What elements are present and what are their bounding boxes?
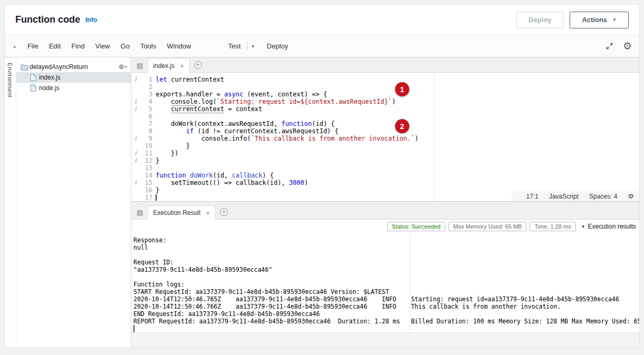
callout-2: 2: [395, 119, 409, 133]
line-number[interactable]: 6: [140, 113, 152, 120]
code-line-8[interactable]: 8 if (id != currentContext.awsRequestId)…: [131, 127, 639, 135]
code-line-15[interactable]: i15 setTimeout(() => callback(id), 3000): [131, 179, 639, 186]
menu-item-edit[interactable]: Edit: [44, 42, 66, 50]
tab-execution-result[interactable]: Execution Result ×: [147, 205, 216, 220]
tab-label: index.js: [153, 62, 175, 70]
editor-column: ▤ index.js × + i1let currentContext23exp…: [131, 57, 639, 347]
tree-folder-root[interactable]: delayedAsyncReturn ⚙ ▾: [16, 62, 131, 72]
caret-down-icon: ▼: [581, 224, 585, 229]
gutter-marker: [131, 186, 140, 194]
info-marker-icon: i: [131, 76, 140, 83]
tree-file-index.js[interactable]: index.js: [16, 72, 131, 83]
menu-item-view[interactable]: View: [90, 42, 116, 50]
close-tab-icon[interactable]: ×: [206, 209, 210, 217]
code-line-13[interactable]: 13: [131, 164, 639, 172]
info-marker-icon: i: [131, 179, 140, 186]
file-name: index.js: [39, 74, 61, 81]
language-mode[interactable]: JavaScript: [549, 193, 579, 200]
close-tab-icon[interactable]: ×: [180, 62, 184, 70]
tab-index-js[interactable]: index.js ×: [147, 58, 189, 73]
new-tab-icon[interactable]: +: [220, 208, 228, 216]
code-text: [152, 164, 156, 172]
code-line-6[interactable]: 6: [131, 113, 639, 120]
line-number[interactable]: 15: [140, 179, 152, 186]
function-code-panel: Function code Info Deploy Actions ▼ ▲ Fi…: [4, 4, 640, 348]
settings-gear-icon[interactable]: ⚙: [623, 41, 632, 51]
test-button[interactable]: Test: [223, 42, 246, 50]
menu-item-find[interactable]: Find: [66, 42, 90, 50]
log-line: [133, 273, 639, 281]
execution-console[interactable]: Response:nullRequest ID:"aa137379-9c11-4…: [131, 233, 639, 332]
line-number[interactable]: 13: [140, 164, 152, 172]
menu-item-tools[interactable]: Tools: [135, 42, 161, 50]
execution-results-label: Execution results: [588, 223, 636, 230]
deploy-button[interactable]: Deploy: [516, 12, 563, 28]
line-number[interactable]: 11: [140, 150, 152, 157]
result-badges: Status: SucceededMax Memory Used: 65 MBT…: [387, 222, 576, 231]
info-link[interactable]: Info: [85, 16, 97, 24]
statusbar-gear-icon[interactable]: ⚙: [628, 192, 634, 200]
code-line-5[interactable]: i5 currentContext = context: [131, 105, 639, 113]
tab-list-icon[interactable]: ▤: [137, 62, 143, 70]
code-line-4[interactable]: i4 console.log(`Starting: request id=${c…: [131, 98, 639, 105]
code-text: doWork(context.awsRequestId, function(id…: [152, 120, 335, 127]
code-line-3[interactable]: 3exports.handler = async (event, context…: [131, 91, 639, 98]
file-name: node.js: [39, 84, 60, 92]
code-line-12[interactable]: i12}: [131, 157, 639, 164]
code-line-2[interactable]: 2: [131, 83, 639, 91]
workspace-body: Environment delayedAsyncReturn ⚙ ▾ index…: [5, 57, 639, 347]
code-text: }: [152, 157, 159, 164]
code-line-9[interactable]: i9 console.info(`This callback is from a…: [131, 135, 639, 142]
info-marker-icon: i: [131, 150, 140, 157]
log-line: 2020-10-14T12:50:46.766Z aa137379-9c11-4…: [133, 303, 639, 310]
environment-strip[interactable]: Environment: [5, 57, 16, 347]
actions-button[interactable]: Actions ▼: [570, 12, 629, 28]
code-lines: i1let currentContext23exports.handler = …: [131, 76, 639, 201]
editor-menubar: ▲ FileEditFindViewGoToolsWindow Test ▾ D…: [5, 35, 639, 57]
cursor-position[interactable]: 17:1: [526, 193, 539, 200]
execution-results-dropdown[interactable]: ▼ Execution results: [581, 223, 636, 230]
spaces-setting[interactable]: Spaces: 4: [589, 193, 617, 200]
line-number[interactable]: 9: [140, 135, 152, 142]
fullscreen-icon[interactable]: [605, 42, 613, 50]
code-editor[interactable]: i1let currentContext23exports.handler = …: [131, 73, 639, 201]
line-number[interactable]: 10: [140, 142, 152, 150]
test-caret-icon[interactable]: ▾: [248, 44, 257, 49]
line-number[interactable]: 14: [140, 172, 152, 179]
gear-icon: ⚙: [119, 63, 124, 71]
line-number[interactable]: 1: [140, 76, 152, 83]
line-number[interactable]: 16: [140, 186, 152, 194]
line-number[interactable]: 12: [140, 157, 152, 164]
menu-item-window[interactable]: Window: [161, 42, 196, 50]
environment-label: Environment: [7, 63, 13, 97]
line-number[interactable]: 4: [140, 98, 152, 105]
tree-file-node.js[interactable]: node.js: [16, 83, 131, 93]
tab-list-icon[interactable]: ▤: [137, 209, 143, 216]
line-number[interactable]: 8: [140, 127, 152, 135]
line-number[interactable]: 7: [140, 120, 152, 127]
code-line-11[interactable]: i11 }): [131, 150, 639, 157]
code-line-7[interactable]: 7 doWork(context.awsRequestId, function(…: [131, 120, 639, 127]
test-split-divider: [247, 42, 247, 51]
code-line-14[interactable]: 14function doWork(id, callback) {: [131, 172, 639, 179]
code-text: setTimeout(() => callback(id), 3000): [152, 179, 308, 186]
line-number[interactable]: 17: [140, 194, 152, 201]
page-title: Function code: [15, 14, 80, 25]
code-text: currentContext = context: [152, 105, 262, 113]
line-number[interactable]: 2: [140, 83, 152, 91]
new-tab-icon[interactable]: +: [194, 61, 202, 69]
folder-icon: [21, 64, 30, 71]
editor-tabbar: ▤ index.js × +: [131, 57, 639, 73]
code-text: console.log(`Starting: request id=${cont…: [152, 98, 396, 105]
code-line-1[interactable]: i1let currentContext: [131, 76, 639, 83]
code-line-10[interactable]: 10 }: [131, 142, 639, 150]
line-number[interactable]: 3: [140, 91, 152, 98]
deploy-menu-item[interactable]: Deploy: [262, 42, 293, 50]
menu-item-go[interactable]: Go: [116, 42, 135, 50]
tree-settings-gear-icon[interactable]: ⚙ ▾: [119, 63, 127, 71]
log-line: END RequestId: aa137379-9c11-4e8d-b45b-8…: [133, 310, 639, 318]
collapse-menu-icon[interactable]: ▲: [12, 44, 17, 49]
line-number[interactable]: 5: [140, 105, 152, 113]
file-tree: delayedAsyncReturn ⚙ ▾ index.jsnode.js: [16, 57, 131, 347]
menu-item-file[interactable]: File: [22, 42, 44, 50]
